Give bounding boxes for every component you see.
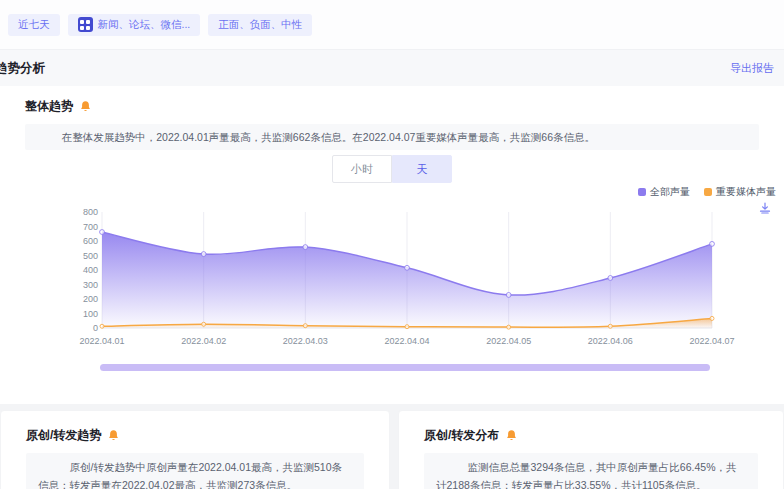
trend-analysis-page: 近七天 新闻、论坛、微信... 正面、负面、中性 趋势分析 导出报告 整体趋势 … xyxy=(0,0,784,489)
svg-text:2022.04.07: 2022.04.07 xyxy=(689,336,734,346)
legend-label: 全部声量 xyxy=(650,185,690,199)
sources-grid-icon xyxy=(78,17,93,32)
svg-text:2022.04.03: 2022.04.03 xyxy=(283,336,328,346)
card-original-repost-distribution: 原创/转发分布 监测信息总量3294条信息，其中原创声量占比66.45%，共计2… xyxy=(398,410,784,489)
svg-text:2022.04.04: 2022.04.04 xyxy=(384,336,429,346)
toggle-hour[interactable]: 小时 xyxy=(332,155,392,183)
svg-text:2022.04.01: 2022.04.01 xyxy=(79,336,124,346)
svg-text:2022.04.02: 2022.04.02 xyxy=(181,336,226,346)
svg-text:800: 800 xyxy=(83,207,98,217)
svg-text:0: 0 xyxy=(93,323,98,333)
legend-swatch xyxy=(638,188,646,196)
filter-chip-label: 新闻、论坛、微信... xyxy=(98,18,191,32)
bottom-cards-row: 原创/转发趋势 原创/转发趋势中原创声量在2022.04.01最高，共监测510… xyxy=(0,410,784,489)
filter-chip-label: 近七天 xyxy=(18,18,50,32)
legend-swatch xyxy=(704,188,712,196)
svg-text:500: 500 xyxy=(83,251,98,261)
section-header: 趋势分析 导出报告 xyxy=(0,50,784,86)
filter-chip-sources[interactable]: 新闻、论坛、微信... xyxy=(68,14,201,36)
bell-icon xyxy=(79,100,92,113)
bell-icon xyxy=(505,429,518,442)
filter-chip-sentiment[interactable]: 正面、负面、中性 xyxy=(208,14,312,36)
chart-legend: 全部声量 重要媒体声量 xyxy=(638,185,776,199)
overall-trend-card: 整体趋势 在整体发展趋势中，2022.04.01声量最高，共监测662条信息。在… xyxy=(0,86,784,404)
card-title: 原创/转发分布 xyxy=(424,427,499,444)
svg-text:300: 300 xyxy=(83,280,98,290)
overall-trend-title: 整体趋势 xyxy=(25,98,73,115)
filter-chip-label: 正面、负面、中性 xyxy=(218,18,302,32)
export-report-link[interactable]: 导出报告 xyxy=(730,61,774,76)
card-summary: 原创/转发趋势中原创声量在2022.04.01最高，共监测510条信息；转发声量… xyxy=(26,453,364,489)
card-summary: 监测信息总量3294条信息，其中原创声量占比66.45%，共计2188条信息；转… xyxy=(424,453,758,489)
svg-text:2022.04.06: 2022.04.06 xyxy=(588,336,633,346)
svg-text:200: 200 xyxy=(83,294,98,304)
card-title: 原创/转发趋势 xyxy=(26,427,101,444)
filter-chip-time-range[interactable]: 近七天 xyxy=(8,14,60,36)
filter-bar: 近七天 新闻、论坛、微信... 正面、负面、中性 xyxy=(0,0,784,50)
page-title: 趋势分析 xyxy=(0,60,45,77)
svg-text:600: 600 xyxy=(83,236,98,246)
datazoom-slider[interactable] xyxy=(100,364,710,371)
legend-item-total-volume[interactable]: 全部声量 xyxy=(638,185,690,199)
legend-label: 重要媒体声量 xyxy=(716,185,776,199)
legend-item-media-volume[interactable]: 重要媒体声量 xyxy=(704,185,776,199)
svg-text:100: 100 xyxy=(83,309,98,319)
svg-text:400: 400 xyxy=(83,265,98,275)
trend-summary: 在整体发展趋势中，2022.04.01声量最高，共监测662条信息。在2022.… xyxy=(25,124,759,150)
trend-area-chart[interactable]: 01002003004005006007008002022.04.012022.… xyxy=(78,204,778,350)
svg-text:2022.04.05: 2022.04.05 xyxy=(486,336,531,346)
svg-text:700: 700 xyxy=(83,222,98,232)
granularity-toggle: 小时 天 xyxy=(332,155,452,183)
toggle-day[interactable]: 天 xyxy=(392,155,452,183)
bell-icon xyxy=(107,429,120,442)
card-original-repost-trend: 原创/转发趋势 原创/转发趋势中原创声量在2022.04.01最高，共监测510… xyxy=(0,410,390,489)
